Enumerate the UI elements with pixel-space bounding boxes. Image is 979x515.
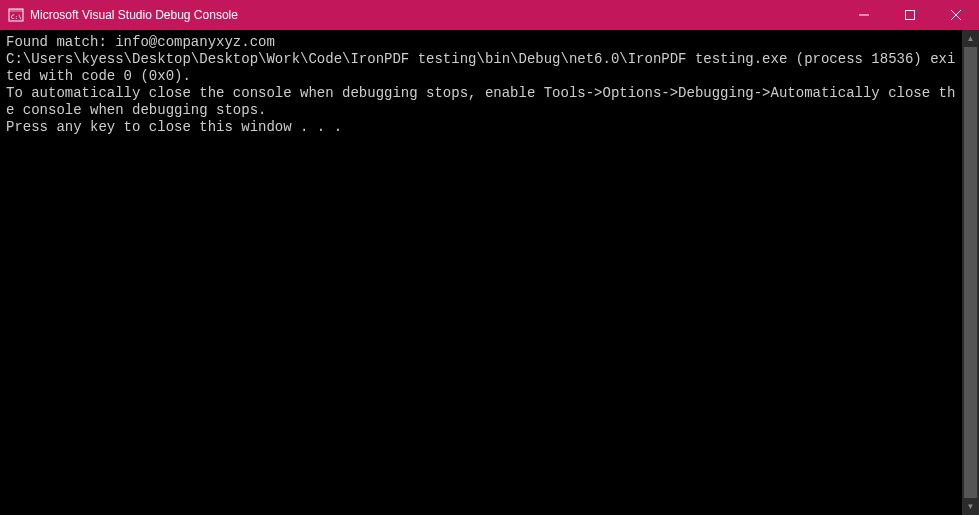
scroll-thumb[interactable] [964,47,977,498]
console-output[interactable]: Found match: info@companyxyz.comC:\Users… [0,30,962,515]
scroll-down-arrow[interactable]: ▼ [962,498,979,515]
output-line: Found match: info@companyxyz.com [6,34,956,51]
scroll-up-arrow[interactable]: ▲ [962,30,979,47]
minimize-button[interactable] [841,0,887,30]
svg-rect-1 [9,9,23,12]
console-icon: C:\ [8,7,24,23]
titlebar[interactable]: C:\ Microsoft Visual Studio Debug Consol… [0,0,979,30]
scroll-track[interactable] [962,47,979,498]
svg-rect-4 [906,11,915,20]
vertical-scrollbar[interactable]: ▲ ▼ [962,30,979,515]
output-line: Press any key to close this window . . . [6,119,956,136]
console-body: Found match: info@companyxyz.comC:\Users… [0,30,979,515]
console-window: C:\ Microsoft Visual Studio Debug Consol… [0,0,979,515]
svg-text:C:\: C:\ [11,13,22,20]
maximize-button[interactable] [887,0,933,30]
close-button[interactable] [933,0,979,30]
output-line: C:\Users\kyess\Desktop\Desktop\Work\Code… [6,51,956,85]
window-controls [841,0,979,30]
output-line: To automatically close the console when … [6,85,956,119]
window-title: Microsoft Visual Studio Debug Console [30,8,841,22]
